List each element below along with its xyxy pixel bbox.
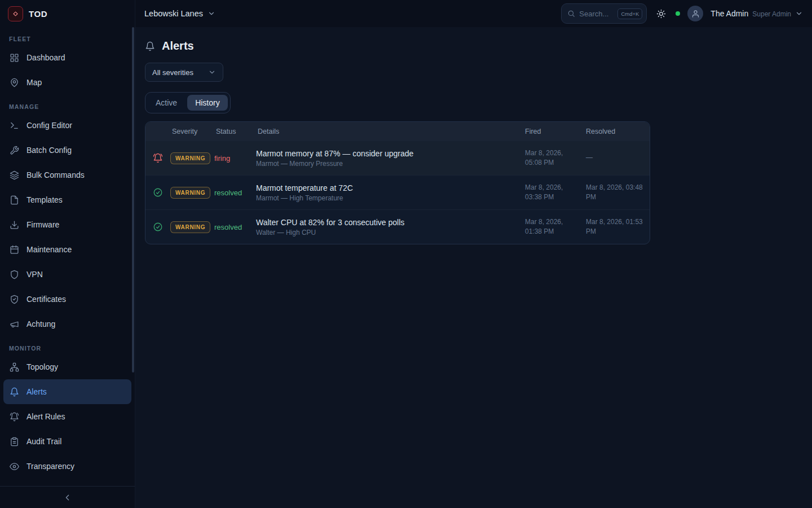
fired-timestamp: Mar 8, 2026, 03:38 PM <box>520 183 581 203</box>
user-role-badge: Super Admin <box>752 10 791 18</box>
sidebar-item-batch-config[interactable]: Batch Config <box>3 138 131 163</box>
alert-title: Marmot memory at 87% — consider upgrade <box>256 149 513 158</box>
sun-icon <box>656 9 666 19</box>
page-title: Alerts <box>162 40 194 52</box>
sidebar-item-maintenance[interactable]: Maintenance <box>3 237 131 262</box>
status-text: resolved <box>214 223 242 231</box>
severity-badge: WARNING <box>170 221 210 233</box>
table-row[interactable]: WARNING firing Marmot memory at 87% — co… <box>145 141 650 175</box>
org-name: Lebowski Lanes <box>144 9 203 18</box>
sidebar-item-label: Batch Config <box>27 146 72 155</box>
severity-filter-value: All severities <box>152 68 193 77</box>
search-box[interactable]: Cmd+K <box>561 3 647 24</box>
sidebar-item-label: Achtung <box>27 319 55 329</box>
alerts-table: Severity Status Details Fired Resolved W… <box>145 121 650 244</box>
org-switcher[interactable]: Lebowski Lanes <box>144 9 215 18</box>
fired-timestamp: Mar 8, 2026, 01:38 PM <box>520 217 581 237</box>
dashboard-grid-icon <box>10 53 19 63</box>
alert-details: Marmot memory at 87% — consider upgrade … <box>256 149 520 168</box>
bell-ring-icon <box>10 412 19 422</box>
sidebar-item-alert-rules[interactable]: Alert Rules <box>3 404 131 429</box>
sidebar-footer <box>0 486 135 508</box>
topbar: Lebowski Lanes Cmd+K The Admin Super Adm… <box>135 0 812 27</box>
search-icon <box>567 10 575 17</box>
sidebar-item-map[interactable]: Map <box>3 70 131 95</box>
shield-check-icon <box>10 295 19 304</box>
alerts-tabs: Active History <box>145 92 231 113</box>
alert-subtitle: Marmot — High Temperature <box>256 194 513 202</box>
severity-badge: WARNING <box>170 187 210 199</box>
sidebar-item-dashboard[interactable]: Dashboard <box>3 45 131 70</box>
sidebar-item-transparency[interactable]: Transparency <box>3 454 131 479</box>
app-logo[interactable]: TOD <box>0 0 135 27</box>
severity-badge: WARNING <box>170 152 210 164</box>
sidebar-item-alerts[interactable]: Alerts <box>3 379 131 404</box>
shield-icon <box>10 270 19 279</box>
avatar[interactable] <box>687 6 703 21</box>
sidebar-item-vpn[interactable]: VPN <box>3 262 131 287</box>
sidebar-item-achtung[interactable]: Achtung <box>3 312 131 336</box>
sidebar-item-label: VPN <box>27 270 43 279</box>
chevron-down-icon <box>208 10 215 17</box>
sidebar-item-audit-trail[interactable]: Audit Trail <box>3 429 131 454</box>
calendar-icon <box>10 245 19 255</box>
sidebar-item-label: Certificates <box>27 295 66 304</box>
resolved-timestamp: Mar 8, 2026, 01:53 PM <box>581 217 650 237</box>
alert-details: Marmot temperature at 72C Marmot — High … <box>256 183 520 202</box>
sidebar-item-firmware[interactable]: Firmware <box>3 212 131 237</box>
alert-title: Marmot temperature at 72C <box>256 183 513 192</box>
tab-active[interactable]: Active <box>148 95 185 111</box>
user-name: The Admin <box>710 9 748 18</box>
sidebar-item-label: Transparency <box>27 462 74 471</box>
map-pin-icon <box>10 78 19 87</box>
status-text: firing <box>214 154 230 163</box>
check-circle-icon <box>153 187 163 198</box>
user-menu[interactable]: The Admin Super Admin <box>710 9 803 18</box>
tab-history[interactable]: History <box>187 95 228 111</box>
megaphone-icon <box>10 319 19 329</box>
alert-subtitle: Walter — High CPU <box>256 229 513 237</box>
alert-icon-cell <box>145 222 170 232</box>
sidebar-item-topology[interactable]: Topology <box>3 354 131 379</box>
sidebar-item-label: Config Editor <box>27 121 72 130</box>
sidebar-collapse-button[interactable] <box>63 493 72 502</box>
sidebar-item-label: Map <box>27 78 42 87</box>
search-input[interactable] <box>579 10 614 18</box>
theme-toggle-button[interactable] <box>654 7 668 21</box>
resolved-timestamp: — <box>581 153 650 163</box>
sidebar-item-bulk-commands[interactable]: Bulk Commands <box>3 163 131 187</box>
user-icon <box>691 10 700 18</box>
status-text: resolved <box>214 189 242 197</box>
table-row[interactable]: WARNING resolved Marmot temperature at 7… <box>145 175 650 209</box>
alerts-page: Alerts All severities Active History Sev… <box>135 27 812 508</box>
section-label-fleet: FLEET <box>0 27 135 45</box>
sidebar-item-certificates[interactable]: Certificates <box>3 287 131 312</box>
search-shortcut-kbd: Cmd+K <box>617 8 642 19</box>
header-severity: Severity <box>170 128 214 135</box>
sidebar-item-config-editor[interactable]: Config Editor <box>3 113 131 138</box>
page-header: Alerts <box>145 40 802 52</box>
topology-icon <box>10 362 19 372</box>
app-name: TOD <box>29 9 47 19</box>
tod-logo-icon <box>8 6 23 21</box>
chevron-left-icon <box>63 493 72 502</box>
section-label-manage: MANAGE <box>0 95 135 113</box>
table-header-row: Severity Status Details Fired Resolved <box>145 122 650 141</box>
severity-filter-select[interactable]: All severities <box>145 63 223 82</box>
sidebar: TOD FLEET Dashboard Map MANAGE Config Ed… <box>0 0 135 508</box>
sidebar-item-templates[interactable]: Templates <box>3 187 131 212</box>
resolved-timestamp: Mar 8, 2026, 03:48 PM <box>581 183 650 203</box>
alert-icon-cell <box>145 153 170 163</box>
sidebar-scrollbar[interactable] <box>132 27 134 373</box>
sidebar-item-label: Topology <box>27 362 58 371</box>
bell-icon <box>10 387 19 397</box>
table-row[interactable]: WARNING resolved Walter CPU at 82% for 3… <box>145 209 650 244</box>
sidebar-nav: FLEET Dashboard Map MANAGE Config Editor… <box>0 27 135 486</box>
chevron-down-icon <box>795 10 803 17</box>
bell-alert-icon <box>153 153 163 163</box>
sidebar-item-label: Dashboard <box>27 53 65 62</box>
alert-details: Walter CPU at 82% for 3 consecutive poll… <box>256 218 520 237</box>
fired-timestamp: Mar 8, 2026, 05:08 PM <box>520 148 581 168</box>
terminal-icon <box>10 121 19 130</box>
header-resolved: Resolved <box>581 128 650 135</box>
